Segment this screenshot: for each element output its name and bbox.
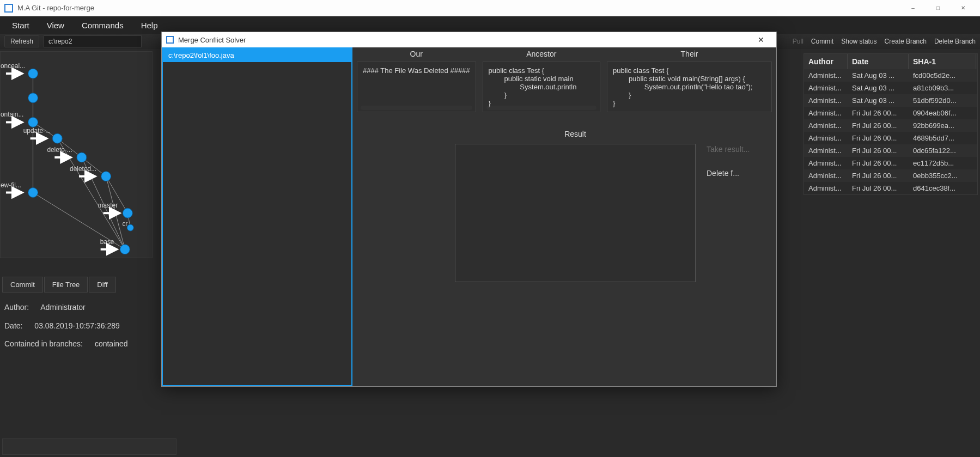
svg-line-4	[57, 138, 125, 249]
graph-label: delete-...	[47, 146, 72, 154]
cell-author: Administ...	[804, 69, 848, 82]
menu-view[interactable]: View	[39, 17, 72, 33]
cell-sha: d641cec38f...	[909, 182, 976, 194]
graph-label: master	[98, 202, 118, 209]
tab-diff[interactable]: Diff	[89, 277, 115, 293]
table-row[interactable]: Administ...Fri Jul 26 00...ec1172d5b...	[804, 157, 977, 169]
table-row[interactable]: Administ...Fri Jul 26 00...4689b5dd7...	[804, 132, 977, 144]
modal-icon	[166, 36, 174, 44]
cell-sha: ec1172d5b...	[909, 157, 976, 169]
table-row[interactable]: Administ...Fri Jul 26 00...92bb699ea...	[804, 119, 977, 132]
cell-date: Fri Jul 26 00...	[848, 132, 909, 144]
tab-file-tree[interactable]: File Tree	[44, 277, 88, 293]
menu-start[interactable]: Start	[4, 17, 37, 33]
table-row[interactable]: Administ...Sat Aug 03 ...a81cb09b3...	[804, 82, 977, 94]
pane-ancestor-header: Ancestor	[483, 50, 600, 62]
cell-date: Fri Jul 26 00...	[848, 144, 909, 157]
app-icon	[4, 4, 13, 13]
pull-button[interactable]: Pull	[793, 38, 804, 45]
cell-author: Administ...	[804, 169, 848, 182]
cell-sha: fcd00c5d2e...	[909, 69, 976, 82]
modal-title: Merge Conflict Solver	[178, 36, 246, 44]
pane-ancestor: Ancestor public class Test { public stat…	[483, 50, 600, 112]
commits-table[interactable]: Author Date SHA-1 Administ...Sat Aug 03 …	[804, 53, 978, 195]
table-row[interactable]: Administ...Fri Jul 26 00...d641cec38f...	[804, 182, 977, 194]
refresh-button[interactable]: Refresh	[4, 35, 39, 47]
date-label: Date:	[4, 317, 22, 336]
cell-date: Sat Aug 03 ...	[848, 94, 909, 107]
pane-ancestor-content[interactable]: public class Test { public static void m…	[483, 62, 600, 112]
result-textarea[interactable]	[455, 144, 696, 282]
graph-label: update-...	[23, 127, 51, 135]
show-status-button[interactable]: Show status	[841, 38, 876, 45]
commit-button[interactable]: Commit	[811, 38, 833, 45]
table-row[interactable]: Administ...Sat Aug 03 ...fcd00c5d2e...	[804, 69, 977, 82]
conflict-file-item[interactable]: c:\repo2\fol1\foo.java	[163, 48, 351, 62]
cell-date: Fri Jul 26 00...	[848, 157, 909, 169]
tab-commit[interactable]: Commit	[2, 277, 43, 293]
col-header-author[interactable]: Author	[804, 54, 848, 69]
pane-their-content[interactable]: public class Test { public static void m…	[607, 62, 772, 112]
pane-our: Our #### The File Was Deleted #####	[357, 50, 476, 112]
window-title: M.A Git - repo-for-merge	[17, 4, 94, 12]
modal-titlebar: Merge Conflict Solver ✕	[162, 32, 776, 47]
table-row[interactable]: Administ...Fri Jul 26 00...0dc65fa122...	[804, 144, 977, 157]
cell-date: Fri Jul 26 00...	[848, 107, 909, 119]
svg-point-21	[101, 172, 111, 181]
cell-sha: 0dc65fa122...	[909, 144, 976, 157]
svg-point-19	[77, 153, 87, 162]
svg-point-17	[52, 133, 62, 143]
date-value: 03.08.2019-10:57:36:289	[34, 321, 119, 330]
col-header-date[interactable]: Date	[848, 54, 909, 69]
lower-panel	[2, 438, 176, 455]
minimize-button[interactable]: –	[900, 0, 926, 16]
menu-help[interactable]: Help	[133, 17, 166, 33]
pane-our-content[interactable]: #### The File Was Deleted #####	[357, 62, 476, 112]
scrollbar[interactable]	[486, 106, 596, 110]
take-result-button[interactable]: Take result...	[707, 145, 772, 154]
col-header-sha[interactable]: SHA-1	[909, 54, 976, 69]
cell-author: Administ...	[804, 157, 848, 169]
maximize-button[interactable]: □	[926, 0, 951, 16]
commit-graph[interactable]: onceal... ontain... update-... delete-..…	[0, 51, 153, 258]
cell-sha: 51dbf592d0...	[909, 94, 976, 107]
graph-label: deleted...	[70, 165, 96, 173]
cell-sha: 92bb699ea...	[909, 119, 976, 132]
pane-our-header: Our	[357, 50, 476, 62]
cell-date: Sat Aug 03 ...	[848, 82, 909, 94]
cell-author: Administ...	[804, 119, 848, 132]
delete-branch-button[interactable]: Delete Branch	[934, 38, 976, 45]
svg-point-28	[120, 245, 130, 254]
graph-label: ontain...	[1, 111, 23, 119]
cell-author: Administ...	[804, 107, 848, 119]
detail-tabs: Commit File Tree Diff	[2, 277, 116, 293]
close-window-button[interactable]: ✕	[951, 0, 976, 16]
cell-sha: 4689b5dd7...	[909, 132, 976, 144]
table-row[interactable]: Administ...Fri Jul 26 00...0ebb355cc2...	[804, 169, 977, 182]
create-branch-button[interactable]: Create Branch	[885, 38, 927, 45]
repo-path-input[interactable]	[44, 35, 142, 47]
graph-label: onceal...	[1, 62, 25, 70]
window-titlebar: M.A Git - repo-for-merge – □ ✕	[0, 0, 980, 16]
pane-their: Their public class Test { public static …	[607, 50, 772, 112]
table-row[interactable]: Administ...Fri Jul 26 00...0904eab06f...	[804, 107, 977, 119]
cell-sha: 0904eab06f...	[909, 107, 976, 119]
cell-date: Fri Jul 26 00...	[848, 119, 909, 132]
result-header: Result	[455, 122, 696, 144]
commit-details: Author: Administrator Date: 03.08.2019-1…	[4, 298, 128, 354]
branches-label: Contained in branches:	[4, 335, 83, 354]
svg-point-12	[28, 69, 38, 78]
menu-commands[interactable]: Commands	[74, 17, 131, 33]
cell-date: Fri Jul 26 00...	[848, 182, 909, 194]
table-row[interactable]: Administ...Sat Aug 03 ...51dbf592d0...	[804, 94, 977, 107]
graph-label: base	[100, 238, 114, 246]
author-label: Author:	[4, 298, 29, 317]
cell-author: Administ...	[804, 94, 848, 107]
cell-date: Sat Aug 03 ...	[848, 69, 909, 82]
cell-author: Administ...	[804, 82, 848, 94]
scrollbar[interactable]	[361, 106, 472, 110]
delete-file-button[interactable]: Delete f...	[707, 169, 772, 178]
conflict-file-list[interactable]: c:\repo2\fol1\foo.java	[162, 47, 352, 386]
modal-close-button[interactable]: ✕	[750, 35, 772, 44]
svg-point-26	[127, 224, 133, 231]
